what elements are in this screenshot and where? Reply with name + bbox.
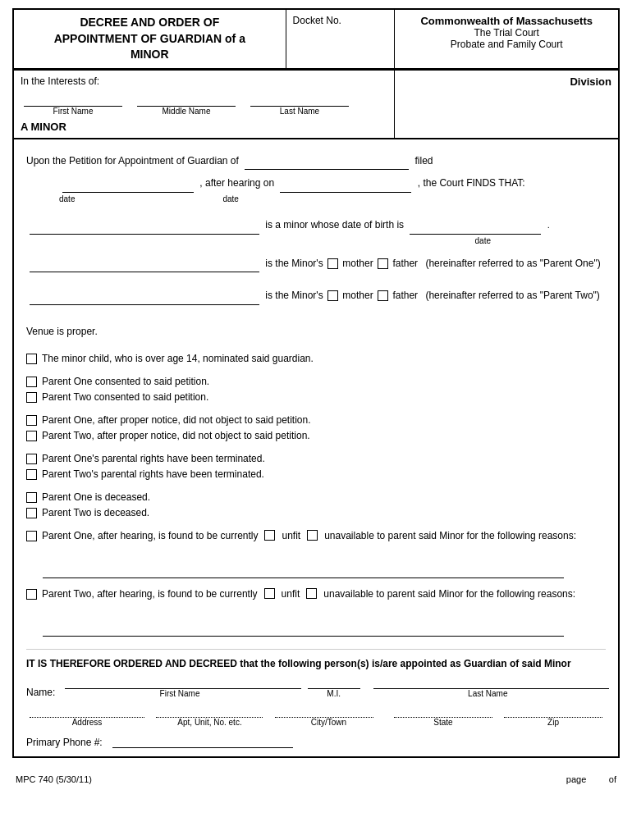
title-line2: APPOINTMENT OF GUARDIAN of a <box>54 32 245 45</box>
last-name-field[interactable] <box>250 94 349 107</box>
venue-text: Venue is proper. <box>26 326 98 337</box>
check-line-5: Parent One's parental rights have been t… <box>26 453 606 464</box>
checkbox-8[interactable] <box>26 508 37 518</box>
form-title: DECREE AND ORDER OF APPOINTMENT OF GUARD… <box>13 9 286 69</box>
parent-one-reasons-area[interactable] <box>43 546 564 578</box>
interests-left: In the Interests of: First Name Middle N… <box>13 70 395 139</box>
guardian-last-name-field[interactable] <box>373 676 609 689</box>
parent-two-line: is the Minor's mother father (hereinafte… <box>26 287 606 305</box>
minor-label: A MINOR <box>21 121 387 133</box>
birth-date-field[interactable] <box>410 221 541 235</box>
check-line-2: Parent Two consented to said petition. <box>26 391 606 403</box>
guardian-mi-field[interactable] <box>308 676 360 689</box>
docket-cell: Docket No. <box>286 9 395 69</box>
last-name-label: Last Name <box>247 107 352 116</box>
guardian-city-label: City/Town <box>272 718 386 727</box>
guardian-first-name-field[interactable] <box>65 676 300 689</box>
unfit-one-checkbox[interactable] <box>264 530 275 541</box>
parent-one-line: is the Minor's mother father (hereinafte… <box>26 255 606 273</box>
title-line1: DECREE AND ORDER OF <box>80 16 219 29</box>
parent-two-hearing-text: Parent Two, after hearing, is found to b… <box>42 588 258 600</box>
ordered-section: IT IS THEREFORE ORDERED AND DECREED that… <box>26 649 606 748</box>
checkbox-7[interactable] <box>26 492 37 503</box>
check-label-7: Parent One is deceased. <box>42 491 150 503</box>
parent-one-name-field[interactable] <box>30 259 259 272</box>
guardian-apt-label: Apt, Unit, No. etc. <box>153 718 267 727</box>
check-line-8: Parent Two is deceased. <box>26 507 606 518</box>
interests-label: In the Interests of: <box>21 75 387 87</box>
phone-field[interactable] <box>112 735 293 748</box>
parent-one-mother-checkbox[interactable] <box>327 258 338 269</box>
check-line-0: The minor child, who is over age 14, nom… <box>26 353 606 364</box>
parent-one-hearing-text: Parent One, after hearing, is found to b… <box>42 530 258 541</box>
parent-two-father-label: father <box>392 290 418 301</box>
checkbox-10[interactable] <box>26 589 37 600</box>
title-line3: MINOR <box>131 48 169 61</box>
petition-name-field[interactable] <box>245 157 409 170</box>
check-line-4: Parent Two, after proper notice, did not… <box>26 430 606 441</box>
parent-two-text: is the Minor's <box>265 290 323 301</box>
first-name-field[interactable] <box>24 94 122 107</box>
parent-two-mother-checkbox[interactable] <box>327 290 338 301</box>
court-cell: Commonwealth of Massachusetts The Trial … <box>395 9 619 69</box>
guardian-address-field[interactable] <box>30 705 144 718</box>
guardian-last-name-label: Last Name <box>370 689 606 698</box>
checkbox-0[interactable] <box>26 354 37 364</box>
guardian-name-label: Name: <box>26 687 55 698</box>
after-hearing-text: , after hearing on <box>199 177 274 189</box>
check-line-7: Parent One is deceased. <box>26 491 606 503</box>
checkbox-5[interactable] <box>26 454 37 464</box>
parent-one-mother-label: mother <box>342 258 373 269</box>
parent-one-father-label: father <box>392 258 418 269</box>
checkbox-3[interactable] <box>26 415 37 426</box>
guardian-mi-label: M.I. <box>305 689 364 698</box>
checkbox-6[interactable] <box>26 469 37 480</box>
interests-right: Division <box>395 70 619 139</box>
hearing-date-field[interactable] <box>62 180 194 193</box>
footer-page: page of <box>566 774 616 784</box>
parent-one-father-checkbox[interactable] <box>378 258 388 269</box>
guardian-first-name-label: First Name <box>62 689 297 698</box>
guardian-state-field[interactable] <box>394 705 492 718</box>
parent-one-text: is the Minor's <box>265 258 323 269</box>
minor-birth-text: is a minor whose date of birth is <box>265 219 404 231</box>
check-label-6: Parent Two's parental rights have been t… <box>42 468 264 480</box>
middle-name-field[interactable] <box>137 94 236 107</box>
checkbox-9[interactable] <box>26 531 37 541</box>
check-label-8: Parent Two is deceased. <box>42 507 149 518</box>
ordered-title: IT IS THEREFORE ORDERED AND DECREED that… <box>26 658 606 669</box>
division-label: Division <box>570 75 611 88</box>
page-label: page <box>566 774 586 784</box>
checkbox-1[interactable] <box>26 377 37 387</box>
unavailable-one-label: unavailable to parent said Minor for the… <box>324 530 576 541</box>
parent-two-reasons-area[interactable] <box>43 604 564 637</box>
unavailable-two-checkbox[interactable] <box>306 588 317 599</box>
court-line2: The Trial Court <box>401 27 611 39</box>
after-hearing-date-field[interactable] <box>280 180 411 193</box>
guardian-city-field[interactable] <box>275 705 373 718</box>
court-finds-text: , the Court FINDS THAT: <box>418 177 525 189</box>
parent-one-suffix: (hereinafter referred to as "Parent One"… <box>425 258 600 269</box>
guardian-zip-field[interactable] <box>504 705 602 718</box>
guardian-apt-field[interactable] <box>156 705 263 718</box>
guardian-address-label: Address <box>26 718 148 727</box>
parent-two-father-checkbox[interactable] <box>378 290 388 301</box>
unfit-two-checkbox[interactable] <box>264 588 275 599</box>
checkbox-2[interactable] <box>26 392 37 403</box>
court-name: Commonwealth of Massachusetts <box>401 15 611 27</box>
filed-text: filed <box>415 155 433 167</box>
court-line3: Probate and Family Court <box>401 39 611 50</box>
petition-line: Upon the Petition for Appointment of Gua… <box>26 153 606 171</box>
check-label-5: Parent One's parental rights have been t… <box>42 453 265 464</box>
check-line-1: Parent One consented to said petition. <box>26 376 606 387</box>
parent-two-name-field[interactable] <box>30 292 259 305</box>
date-label-birth: date <box>475 236 491 245</box>
guardian-state-label: State <box>391 718 496 727</box>
date-label-1: date <box>59 194 75 203</box>
parent-two-mother-label: mother <box>342 290 373 301</box>
check-label-1: Parent One consented to said petition. <box>42 376 209 387</box>
minor-name-field[interactable] <box>30 221 259 235</box>
hearing-line: , after hearing on , the Court FINDS THA… <box>26 175 606 193</box>
checkbox-4[interactable] <box>26 431 37 441</box>
unavailable-one-checkbox[interactable] <box>307 530 318 541</box>
